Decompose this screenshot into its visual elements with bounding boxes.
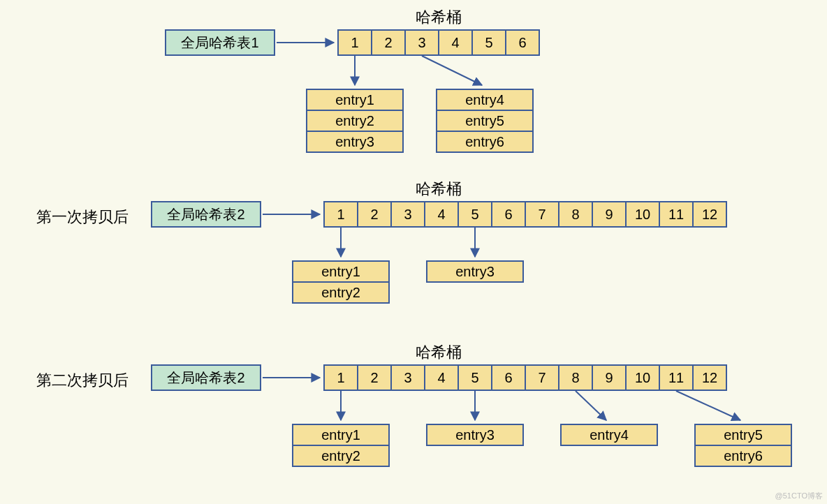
entry: entry5 <box>436 110 534 132</box>
bucket: 12 <box>692 364 727 391</box>
entry: entry4 <box>436 89 534 111</box>
global-hash-table-1-label: 全局哈希表1 <box>181 34 258 52</box>
svg-line-9 <box>576 391 606 420</box>
entry-stack-3b: entry3 <box>426 424 524 446</box>
svg-line-2 <box>422 56 482 85</box>
bucket: 5 <box>458 364 492 391</box>
bucket: 1 <box>323 364 358 391</box>
entry-stack-1b: entry4 entry5 entry6 <box>436 89 534 153</box>
bucket: 5 <box>458 201 492 228</box>
entry: entry3 <box>426 424 524 446</box>
entry: entry3 <box>306 131 404 153</box>
entry-stack-3d: entry5 entry6 <box>694 424 792 467</box>
global-hash-table-2a-label: 全局哈希表2 <box>167 205 244 224</box>
bucket: 5 <box>471 29 506 56</box>
entry: entry1 <box>292 260 390 283</box>
bucket: 2 <box>357 201 392 228</box>
bucket: 11 <box>659 201 694 228</box>
bucket: 1 <box>323 201 358 228</box>
entry-stack-1a: entry1 entry2 entry3 <box>306 89 404 153</box>
global-hash-table-2b-box: 全局哈希表2 <box>151 364 261 391</box>
bucket: 4 <box>424 201 459 228</box>
entry: entry2 <box>292 281 390 304</box>
hash-bucket-heading-2: 哈希桶 <box>416 179 462 200</box>
watermark: @51CTO博客 <box>775 491 823 501</box>
entry-stack-3c: entry4 <box>560 424 658 446</box>
entry: entry6 <box>694 445 792 467</box>
bucket: 8 <box>558 201 593 228</box>
phase-2-label: 第二次拷贝后 <box>36 370 129 391</box>
global-hash-table-2b-label: 全局哈希表2 <box>167 369 244 387</box>
bucket: 9 <box>592 364 627 391</box>
hash-bucket-heading-1: 哈希桶 <box>416 7 462 28</box>
entry: entry2 <box>306 110 404 132</box>
entry: entry6 <box>436 131 534 153</box>
entry: entry4 <box>560 424 658 446</box>
entry-stack-2a: entry1 entry2 <box>292 260 390 304</box>
entry: entry1 <box>306 89 404 111</box>
bucket-row-3: 1 2 3 4 5 6 7 8 9 10 11 12 <box>323 364 727 391</box>
phase-1-label: 第一次拷贝后 <box>36 207 129 228</box>
entry: entry1 <box>292 424 390 446</box>
bucket: 11 <box>659 364 694 391</box>
bucket-row-1: 1 2 3 4 5 6 <box>337 29 540 56</box>
bucket: 4 <box>424 364 459 391</box>
svg-line-10 <box>676 391 740 420</box>
bucket: 2 <box>357 364 392 391</box>
bucket: 3 <box>404 29 439 56</box>
bucket: 6 <box>491 201 526 228</box>
bucket: 4 <box>438 29 473 56</box>
bucket: 6 <box>505 29 540 56</box>
bucket: 3 <box>390 364 425 391</box>
bucket: 7 <box>525 364 559 391</box>
bucket: 10 <box>625 201 660 228</box>
global-hash-table-2a-box: 全局哈希表2 <box>151 201 261 228</box>
hash-bucket-heading-3: 哈希桶 <box>416 342 462 363</box>
bucket: 8 <box>558 364 593 391</box>
entry: entry5 <box>694 424 792 446</box>
entry-stack-3a: entry1 entry2 <box>292 424 390 467</box>
entry-stack-2b: entry3 <box>426 260 524 283</box>
bucket-row-2: 1 2 3 4 5 6 7 8 9 10 11 12 <box>323 201 727 228</box>
bucket: 12 <box>692 201 727 228</box>
bucket: 3 <box>390 201 425 228</box>
bucket: 6 <box>491 364 526 391</box>
bucket: 2 <box>371 29 406 56</box>
global-hash-table-1-box: 全局哈希表1 <box>165 29 275 56</box>
bucket: 9 <box>592 201 627 228</box>
bucket: 7 <box>525 201 559 228</box>
bucket: 10 <box>625 364 660 391</box>
bucket: 1 <box>337 29 372 56</box>
entry: entry3 <box>426 260 524 283</box>
entry: entry2 <box>292 445 390 467</box>
